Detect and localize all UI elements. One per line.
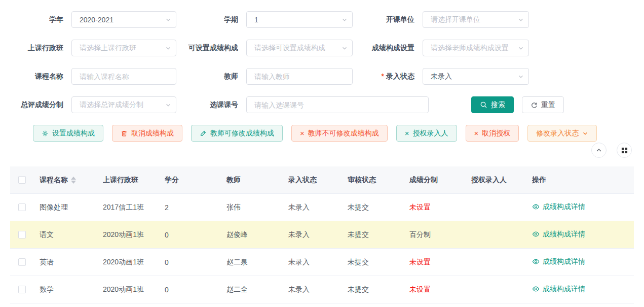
row-checkbox[interactable]	[18, 203, 26, 211]
credit-cell: 0	[165, 286, 226, 294]
table-row[interactable]: 语文2020动画1班0赵俊峰未录入未提交百分制成绩构成详情	[10, 221, 634, 249]
refresh-icon	[531, 101, 538, 109]
action-button-label: 取消授权	[482, 129, 510, 138]
course-unit-select[interactable]: 请选择开课单位	[423, 11, 529, 28]
grid-icon	[621, 147, 628, 154]
course-name-input[interactable]	[80, 69, 168, 84]
row-checkbox[interactable]	[18, 258, 26, 266]
course-name-cell: 图像处理	[40, 203, 103, 212]
column-header-label: 课程名称	[40, 176, 68, 185]
chevron-up-icon	[595, 147, 602, 154]
search-button[interactable]: 搜索	[471, 96, 514, 113]
column-header-label: 审核状态	[348, 176, 376, 184]
eye-icon	[532, 285, 540, 293]
column-header-label: 上课行政班	[103, 176, 138, 184]
chevron-down-icon	[582, 130, 588, 137]
gear-icon	[42, 130, 49, 137]
field-label-text: 成绩构成设置	[372, 44, 414, 52]
settable-grade-composition-select[interactable]: 请选择可设置成绩构成	[246, 40, 353, 56]
entry-status-cell: 未录入	[288, 203, 348, 212]
teacher-cell: 赵二全	[226, 285, 288, 294]
filter-field-settable-grade-composition: 可设置成绩构成请选择可设置成绩构成	[176, 40, 353, 56]
courses-table: 课程名称上课行政班学分教师录入状态审核状态成绩分制授权录入人操作图像处理2017…	[10, 166, 634, 303]
detail-link-label: 成绩构成详情	[543, 230, 585, 239]
chevron-down-icon	[518, 45, 524, 51]
modify-entry-status-button[interactable]: 修改录入状态	[527, 125, 597, 142]
field-label: 教师	[176, 72, 246, 81]
action-button-label: 修改录入状态	[536, 129, 579, 138]
cancel-authorization-button[interactable]: ×取消授权	[466, 125, 519, 142]
audit-status-cell: 未提交	[348, 285, 409, 294]
grade-composition-detail-link[interactable]: 成绩构成详情	[532, 230, 585, 239]
filter-field-admin-class: 上课行政班请选择上课行政班	[10, 40, 176, 56]
eye-icon	[532, 203, 540, 211]
column-header: 教师	[226, 176, 288, 185]
action-button-label: 教师可修改成绩构成	[210, 129, 274, 138]
column-header: 学分	[165, 176, 226, 185]
column-settings-button[interactable]	[617, 143, 632, 158]
table-header-row: 课程名称上课行政班学分教师录入状态审核状态成绩分制授权录入人操作	[10, 166, 634, 194]
grade-composition-detail-link[interactable]: 成绩构成详情	[532, 285, 585, 294]
audit-status-cell: 未提交	[348, 258, 409, 267]
chevron-down-icon	[342, 17, 348, 23]
cancel-grade-composition-button[interactable]: 取消成绩构成	[112, 125, 182, 142]
detail-link-label: 成绩构成详情	[543, 285, 585, 294]
select-all-checkbox[interactable]	[18, 176, 26, 184]
course-name-cell: 语文	[40, 230, 103, 240]
table-row[interactable]: 数学2020动画1班0赵二全未录入未提交未设置成绩构成详情	[10, 276, 634, 303]
teacher-cell: 赵二泉	[226, 258, 288, 267]
filter-field-grade-composition-setting: 成绩构成设置请选择老师成绩构成设置	[353, 40, 529, 56]
chevron-down-icon	[518, 74, 524, 80]
table-row[interactable]: 图像处理2017信工1班2张伟未录入未提交未设置成绩构成详情	[10, 194, 634, 221]
teacher-can-edit-button[interactable]: 教师可修改成绩构成	[191, 125, 283, 142]
collapse-filters-button[interactable]	[591, 143, 607, 158]
semester-select[interactable]: 1	[246, 11, 353, 28]
authorize-recorder-button[interactable]: ×授权录入人	[396, 125, 457, 142]
teacher-field-wrap	[246, 68, 353, 85]
select-all-cell	[10, 176, 40, 184]
column-header: 审核状态	[348, 176, 409, 185]
row-checkbox-cell	[10, 203, 40, 211]
select-placeholder: 请选择开课单位	[431, 15, 480, 24]
action-button-label: 取消成绩构成	[131, 129, 174, 138]
chevron-down-icon	[165, 17, 171, 23]
chevron-down-icon	[518, 17, 524, 23]
row-checkbox[interactable]	[18, 231, 26, 238]
overall-grade-scale-select[interactable]: 请选择总评成绩分制	[71, 96, 176, 113]
entry-status-cell: 未录入	[288, 285, 348, 294]
table-row[interactable]: 英语2020动画1班0赵二泉未录入未提交未设置成绩构成详情	[10, 249, 634, 276]
field-label-text: 上课行政班	[28, 44, 63, 52]
field-label: 学年	[10, 15, 71, 24]
chevron-down-icon	[165, 102, 171, 108]
x-icon: ×	[300, 129, 305, 137]
select-value: 未录入	[431, 72, 452, 81]
sort-carets-icon[interactable]	[71, 177, 76, 184]
field-label: 总评成绩分制	[10, 100, 71, 110]
course-selection-number-input[interactable]	[254, 97, 421, 113]
column-header: 成绩分制	[409, 176, 471, 185]
teacher-cell: 张伟	[226, 203, 288, 212]
school-year-select[interactable]: 2020-2021	[71, 11, 176, 28]
x-icon: ×	[405, 129, 409, 137]
grade-composition-detail-link[interactable]: 成绩构成详情	[532, 257, 585, 266]
required-asterisk: *	[382, 72, 384, 80]
row-checkbox[interactable]	[18, 286, 26, 293]
filter-row: 总评成绩分制请选择总评成绩分制选课课号搜索重置	[0, 96, 644, 113]
credit-cell: 0	[165, 258, 226, 266]
course-name-field-wrap	[71, 68, 176, 85]
teacher-cannot-edit-button[interactable]: ×教师不可修改成绩构成	[291, 125, 388, 142]
grade-scale-cell: 未设置	[409, 285, 471, 294]
x-icon: ×	[474, 129, 479, 137]
filter-field-course-unit: 开课单位请选择开课单位	[353, 11, 529, 28]
field-label: 成绩构成设置	[353, 44, 423, 53]
admin-class-select[interactable]: 请选择上课行政班	[71, 40, 176, 56]
grade-composition-detail-link[interactable]: 成绩构成详情	[532, 202, 585, 212]
teacher-input[interactable]	[254, 69, 345, 84]
entry-status-select[interactable]: 未录入	[423, 68, 529, 85]
action-cell: 成绩构成详情	[532, 257, 634, 267]
field-label: 选课课号	[176, 100, 246, 110]
reset-button[interactable]: 重置	[522, 96, 564, 113]
grade-composition-setting-select[interactable]: 请选择老师成绩构成设置	[423, 40, 529, 56]
set-grade-composition-button[interactable]: 设置成绩构成	[33, 125, 103, 142]
field-label: 课程名称	[10, 72, 71, 81]
